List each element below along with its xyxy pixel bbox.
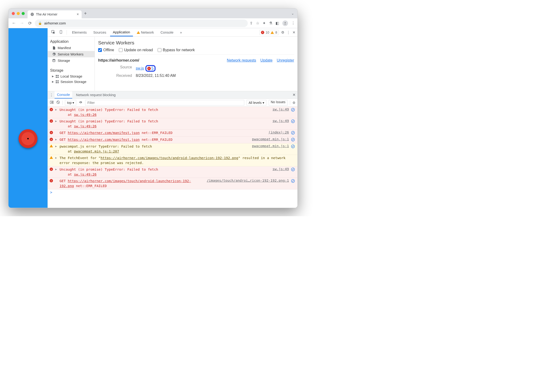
close-tab-icon[interactable]: × xyxy=(77,12,79,16)
sidebar-item-manifest[interactable]: Manifest xyxy=(48,45,94,51)
context-selector[interactable]: top ▾ xyxy=(65,100,76,105)
console-link[interactable]: https://airhorner.com/images/touch/andro… xyxy=(59,179,191,188)
checkbox-offline[interactable]: Offline xyxy=(98,48,114,52)
console-row[interactable]: ×▶Uncaught (in promise) TypeError: Faile… xyxy=(48,107,298,118)
source-error-highlight[interactable]: × 5 xyxy=(145,65,156,72)
drawer-tab-network-blocking[interactable]: Network request blocking xyxy=(74,91,118,98)
warning-icon xyxy=(50,156,53,159)
sidebar-toggle-icon[interactable] xyxy=(50,100,54,105)
forward-button[interactable]: → xyxy=(19,21,25,26)
console-row[interactable]: ×GET https://airhorner.com/manifest.json… xyxy=(48,130,298,137)
filter-input[interactable] xyxy=(85,100,244,105)
profile-avatar[interactable] xyxy=(282,21,288,26)
link-update[interactable]: Update xyxy=(261,58,273,63)
tab-sources[interactable]: Sources xyxy=(91,28,109,36)
close-drawer-icon[interactable]: ✕ xyxy=(292,93,296,97)
nav-icon[interactable] xyxy=(291,144,295,149)
console-row[interactable]: ×GET https://airhorner.com/images/touch/… xyxy=(48,178,298,189)
levels-selector[interactable]: All levels ▾ xyxy=(247,100,266,105)
labs-icon[interactable]: ⚗ xyxy=(269,21,272,25)
nav-icon[interactable] xyxy=(291,179,295,184)
nav-icon[interactable] xyxy=(291,138,295,142)
devtools-tabs: Elements Sources Application Network Con… xyxy=(48,28,298,37)
console-link[interactable]: https://airhorner.com/manifest.json xyxy=(68,138,140,141)
console-link[interactable]: sw.js:49:26 xyxy=(74,113,96,117)
console-link[interactable]: sw.js:49:26 xyxy=(74,124,96,128)
console-link[interactable]: https://airhorner.com/images/touch/andro… xyxy=(101,156,238,160)
sidebar-item-service-workers[interactable]: Service Workers xyxy=(48,51,94,57)
live-expression-icon[interactable] xyxy=(79,101,83,105)
close-window[interactable] xyxy=(12,12,15,15)
link-error-count[interactable]: 5 xyxy=(152,66,154,70)
sidepanel-icon[interactable]: ◧ xyxy=(276,21,279,25)
back-button[interactable]: ← xyxy=(11,21,17,26)
console-message: Uncaught (in promise) TypeError: Failed … xyxy=(59,107,268,117)
menu-icon[interactable]: ⋮ xyxy=(291,21,295,25)
console-settings-icon[interactable]: ⚙ xyxy=(292,101,296,105)
console-link[interactable]: pwacompat.min.js:1:207 xyxy=(74,149,119,153)
console-row[interactable]: ▶pwacompat.js error TypeError: Failed to… xyxy=(48,143,298,155)
close-devtools-icon[interactable]: ✕ xyxy=(292,30,296,35)
console-source-link[interactable]: sw.js:49 xyxy=(272,107,289,111)
inspect-icon[interactable] xyxy=(50,30,57,35)
tab-console[interactable]: Console xyxy=(158,28,176,36)
device-mode-icon[interactable] xyxy=(58,30,64,35)
sidebar-section-application: Application xyxy=(48,38,94,45)
tab-more[interactable]: » xyxy=(177,28,185,36)
console-row[interactable]: ×▶Uncaught (in promise) TypeError: Faile… xyxy=(48,118,298,130)
issues-button[interactable]: No Issues xyxy=(269,100,288,105)
console-source-link[interactable]: /images/touch/androi…ricon-192-192.png:1 xyxy=(207,179,289,182)
checkbox-update-on-reload[interactable]: Update on reload xyxy=(119,48,153,52)
link-unregister[interactable]: Unregister xyxy=(277,58,294,63)
console-source-link[interactable]: sw.js:49 xyxy=(272,167,289,171)
console-prompt[interactable]: > xyxy=(48,189,298,196)
nav-icon[interactable] xyxy=(291,108,295,112)
console-row[interactable]: ▶The FetchEvent for "https://airhorner.c… xyxy=(48,155,298,166)
browser-tab[interactable]: The Air Horner × xyxy=(28,10,82,18)
kebab-icon[interactable]: ⋮ xyxy=(287,30,290,35)
console-source-link[interactable]: (index):26 xyxy=(269,130,289,134)
disclosure-icon: ▶ xyxy=(55,138,58,141)
tab-network[interactable]: Network xyxy=(134,28,157,36)
sidebar-item-local-storage[interactable]: ▶Local Storage xyxy=(48,74,94,79)
error-warning-badge[interactable]: ×10 8 xyxy=(259,30,279,35)
checkbox-bypass-for-network[interactable]: Bypass for network xyxy=(158,48,195,52)
tabstrip: The Air Horner × + ⌄ xyxy=(8,8,298,18)
tabs-menu-icon[interactable]: ⌄ xyxy=(291,12,294,15)
console-link[interactable]: https://airhorner.com/manifest.json xyxy=(68,131,140,135)
console-link[interactable]: sw.js:49:26 xyxy=(74,173,96,176)
link-network-requests[interactable]: Network requests xyxy=(227,58,256,63)
nav-icon[interactable] xyxy=(291,167,295,172)
minimize-window[interactable] xyxy=(17,12,20,15)
settings-icon[interactable]: ⚙ xyxy=(281,30,284,35)
address-bar[interactable]: 🔒 airhorner.com xyxy=(35,20,248,27)
share-icon[interactable]: ⇪ xyxy=(250,21,253,25)
console-row[interactable]: ×▶Uncaught (in promise) TypeError: Faile… xyxy=(48,166,298,178)
link-source-file[interactable]: sw.js xyxy=(136,66,144,70)
console-source-link[interactable]: pwacompat.min.js:1 xyxy=(252,144,289,148)
tab-elements[interactable]: Elements xyxy=(69,28,90,36)
nav-icon[interactable] xyxy=(291,119,295,124)
console-message: The FetchEvent for "https://airhorner.co… xyxy=(59,156,295,165)
new-tab-button[interactable]: + xyxy=(84,11,87,16)
console-source-link[interactable]: sw.js:49 xyxy=(272,119,289,123)
tab-application[interactable]: Application xyxy=(110,28,133,36)
maximize-window[interactable] xyxy=(22,12,25,15)
bookmark-icon[interactable]: ☆ xyxy=(256,21,259,25)
label-source: Source xyxy=(98,65,136,72)
nav-icon[interactable] xyxy=(291,131,295,136)
drawer-menu-icon[interactable]: ⋮ xyxy=(50,93,53,97)
toolbar: ← → ⟳ 🔒 airhorner.com ⇪ ☆ ✦ ⚗ ◧ ⋮ xyxy=(8,18,298,28)
clear-console-icon[interactable] xyxy=(56,100,60,105)
sidebar-item-storage[interactable]: Storage xyxy=(48,57,94,64)
reload-button[interactable]: ⟳ xyxy=(27,21,33,26)
console-row[interactable]: ×▶GET https://airhorner.com/manifest.jso… xyxy=(48,137,298,143)
svg-rect-5 xyxy=(58,75,58,76)
sidebar-item-session-storage[interactable]: ▶Session Storage xyxy=(48,79,94,84)
warning-icon xyxy=(137,31,140,34)
console-source-link[interactable]: pwacompat.min.js:1 xyxy=(252,137,289,141)
extensions-icon[interactable]: ✦ xyxy=(263,21,266,25)
drawer-tab-console[interactable]: Console xyxy=(55,91,72,98)
airhorn-button[interactable] xyxy=(19,129,37,148)
disclosure-icon: ▶ xyxy=(55,145,58,148)
